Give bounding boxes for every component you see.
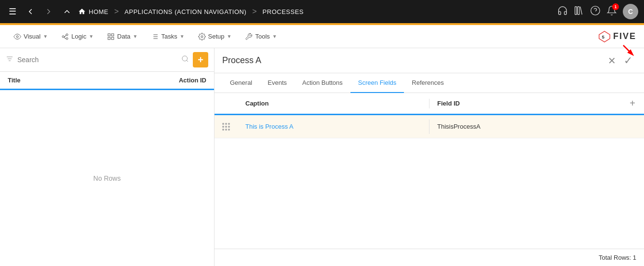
data-dropdown-arrow: ▼ xyxy=(133,34,138,39)
svg-text:5: 5 xyxy=(602,34,604,40)
tabs-bar: General Events Action Buttons Screen Fie… xyxy=(215,73,644,93)
row-field-id: ThisisProcessA xyxy=(429,123,621,130)
svg-rect-8 xyxy=(108,34,110,36)
five-logo-text: FIVE xyxy=(613,31,636,41)
search-input[interactable] xyxy=(17,56,177,64)
svg-point-24 xyxy=(182,56,188,61)
tab-general[interactable]: General xyxy=(222,73,260,93)
empty-message: No Rows xyxy=(94,174,121,182)
svg-point-7 xyxy=(66,38,68,40)
nav-label-tools: Tools xyxy=(255,33,269,40)
avatar[interactable]: C xyxy=(623,4,638,19)
nav-label-tasks: Tasks xyxy=(161,33,177,40)
svg-marker-19 xyxy=(599,31,610,41)
search-icon[interactable] xyxy=(181,55,189,65)
svg-line-25 xyxy=(187,60,188,62)
five-logo: 5 FIVE xyxy=(598,30,636,43)
svg-point-2 xyxy=(591,6,600,14)
nav-item-visual[interactable]: Visual ▼ xyxy=(8,29,54,44)
back-button[interactable] xyxy=(23,4,38,19)
close-button[interactable]: ✕ xyxy=(604,53,620,68)
home-nav[interactable]: HOME xyxy=(78,8,108,15)
panel-header: Process A ✕ ✓ xyxy=(215,48,644,73)
nav-item-tasks[interactable]: Tasks ▼ xyxy=(145,29,190,44)
notification-count: 1 xyxy=(612,3,619,10)
confirm-button[interactable]: ✓ xyxy=(620,53,636,69)
add-row-header: + xyxy=(621,98,644,109)
secondary-nav-items: Visual ▼ Logic ▼ Data ▼ Tasks ▼ Setup ▼ … xyxy=(8,29,283,44)
tasks-dropdown-arrow: ▼ xyxy=(180,34,185,39)
nav-item-setup[interactable]: Setup ▼ xyxy=(192,29,238,44)
list-header: Title Action ID xyxy=(0,72,214,90)
svg-rect-11 xyxy=(111,37,114,40)
breadcrumb-sep-2: > xyxy=(252,7,256,16)
drag-dots-icon xyxy=(222,123,230,131)
forward-button[interactable] xyxy=(41,4,56,19)
row-caption: This is Process A xyxy=(238,123,429,130)
tab-screen-fields[interactable]: Screen Fields xyxy=(350,73,404,93)
secondary-navbar: Visual ▼ Logic ▼ Data ▼ Tasks ▼ Setup ▼ … xyxy=(0,25,644,48)
up-button[interactable] xyxy=(60,4,74,19)
table-row[interactable]: This is Process A ThisisProcessA xyxy=(215,115,644,138)
check-button-container: ✓ xyxy=(620,53,636,69)
logic-dropdown-arrow: ▼ xyxy=(89,34,94,39)
table-header: Caption Field ID + xyxy=(215,93,644,115)
breadcrumb-2: PROCESSES xyxy=(263,8,304,15)
nav-label-setup: Setup xyxy=(208,33,225,40)
visual-dropdown-arrow: ▼ xyxy=(43,34,48,39)
add-button[interactable]: + xyxy=(193,52,208,67)
table-area: Caption Field ID + This is Process A xyxy=(215,93,644,266)
caption-column-header: Caption xyxy=(238,100,429,107)
table-footer: Total Rows: 1 xyxy=(215,249,644,266)
library-icon[interactable] xyxy=(574,5,584,18)
add-row-button[interactable]: + xyxy=(630,98,635,109)
home-label: HOME xyxy=(89,8,108,15)
breadcrumb-sep-1: > xyxy=(114,7,119,16)
tab-references[interactable]: References xyxy=(404,73,451,93)
menu-icon[interactable]: ☰ xyxy=(6,3,19,20)
tab-action-buttons[interactable]: Action Buttons xyxy=(295,73,350,93)
tools-dropdown-arrow: ▼ xyxy=(272,34,277,39)
left-panel: + Title Action ID No Rows xyxy=(0,48,215,266)
svg-rect-0 xyxy=(575,6,577,14)
svg-rect-10 xyxy=(108,37,110,40)
svg-point-4 xyxy=(16,36,18,38)
svg-rect-9 xyxy=(111,34,114,36)
nav-label-visual: Visual xyxy=(24,33,40,40)
panel-title: Process A xyxy=(222,55,604,66)
tab-events[interactable]: Events xyxy=(260,73,295,93)
list-body-empty: No Rows xyxy=(0,90,214,266)
action-id-column-header: Action ID xyxy=(179,77,206,84)
svg-rect-1 xyxy=(577,6,579,14)
drag-handle xyxy=(215,123,238,131)
setup-dropdown-arrow: ▼ xyxy=(227,34,232,39)
right-panel: Process A ✕ ✓ General xyxy=(215,48,644,266)
svg-point-5 xyxy=(62,36,64,38)
nav-item-tools[interactable]: Tools ▼ xyxy=(239,29,282,44)
svg-point-6 xyxy=(66,34,68,36)
headset-icon[interactable] xyxy=(557,5,568,18)
top-navbar: ☰ HOME > APPLICATIONS (ACTION NAVIGATION… xyxy=(0,0,644,23)
nav-item-data[interactable]: Data ▼ xyxy=(101,29,143,44)
nav-left: ☰ HOME > APPLICATIONS (ACTION NAVIGATION… xyxy=(6,3,557,20)
filter-icon xyxy=(6,55,13,65)
nav-label-logic: Logic xyxy=(71,33,86,40)
svg-point-18 xyxy=(201,36,203,38)
nav-right: 1 C xyxy=(557,4,638,19)
breadcrumb-1: APPLICATIONS (ACTION NAVIGATION) xyxy=(124,8,246,15)
hamburger-icon: ☰ xyxy=(9,6,16,17)
main-area: + Title Action ID No Rows Process A ✕ ✓ xyxy=(0,48,644,266)
nav-label-data: Data xyxy=(117,33,130,40)
nav-item-logic[interactable]: Logic ▼ xyxy=(55,29,99,44)
table-empty-space xyxy=(215,138,644,249)
search-bar: + xyxy=(0,48,214,72)
help-icon[interactable] xyxy=(590,5,601,18)
field-id-column-header: Field ID xyxy=(429,100,621,107)
title-column-header: Title xyxy=(8,77,21,84)
notification-bell[interactable]: 1 xyxy=(606,5,617,18)
total-rows: Total Rows: 1 xyxy=(599,254,636,261)
